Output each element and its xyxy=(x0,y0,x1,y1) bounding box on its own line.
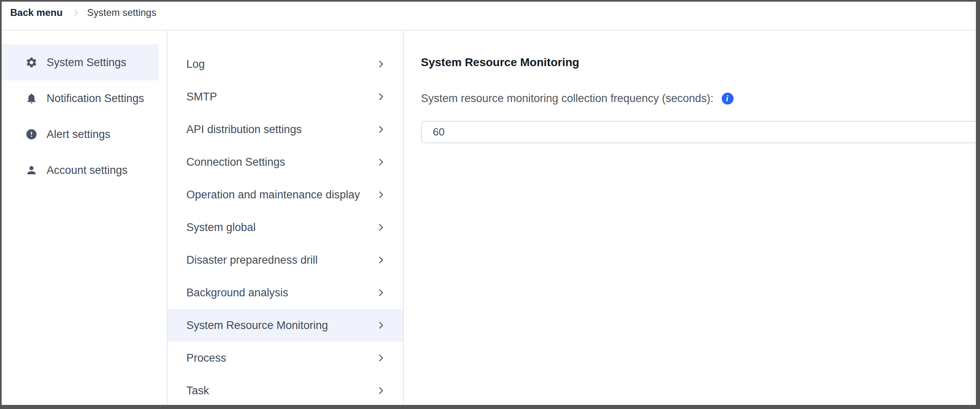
settings-sidebar: System SettingsNotification SettingsAler… xyxy=(2,31,168,405)
chevron-right-icon xyxy=(376,124,386,134)
sidebar-item-system-settings[interactable]: System Settings xyxy=(2,44,159,80)
chevron-right-icon xyxy=(376,288,386,298)
menu-item-label: Background analysis xyxy=(186,287,288,299)
menu-item-label: Process xyxy=(186,352,226,365)
breadcrumb-current: System settings xyxy=(87,7,156,18)
menu-item-system-resource-monitoring[interactable]: System Resource Monitoring xyxy=(168,309,403,342)
menu-item-process[interactable]: Process xyxy=(168,342,403,374)
info-icon[interactable]: i xyxy=(722,93,734,104)
chevron-right-icon xyxy=(376,157,386,167)
menu-item-label: System Resource Monitoring xyxy=(186,319,328,332)
menu-item-system-global[interactable]: System global xyxy=(168,211,403,244)
menu-item-disaster-preparedness-drill[interactable]: Disaster preparedness drill xyxy=(168,244,403,276)
sidebar-item-label: Alert settings xyxy=(47,128,110,141)
chevron-right-icon xyxy=(376,353,386,363)
chevron-right-icon xyxy=(376,255,386,265)
bell-icon xyxy=(25,92,38,104)
page-title: System Resource Monitoring xyxy=(421,55,976,70)
menu-item-api-distribution-settings[interactable]: API distribution settings xyxy=(168,113,403,146)
chevron-right-icon xyxy=(376,92,386,102)
menu-item-label: API distribution settings xyxy=(186,123,302,136)
chevron-right-icon xyxy=(376,222,386,232)
menu-item-label: System global xyxy=(186,221,256,234)
settings-submenu: LogSMTPAPI distribution settingsConnecti… xyxy=(168,31,404,405)
menu-item-connection-settings[interactable]: Connection Settings xyxy=(168,146,403,178)
menu-item-operation-and-maintenance-display[interactable]: Operation and maintenance display xyxy=(168,178,403,211)
sidebar-item-notification-settings[interactable]: Notification Settings xyxy=(2,80,167,116)
main-content: System Resource Monitoring System resour… xyxy=(404,31,976,405)
sidebar-item-label: Notification Settings xyxy=(47,92,144,105)
sidebar-item-label: Account settings xyxy=(47,164,128,177)
settings-layout: System SettingsNotification SettingsAler… xyxy=(2,31,976,405)
chevron-right-icon xyxy=(376,190,386,200)
breadcrumb-back-link[interactable]: Back menu xyxy=(10,7,63,18)
gear-icon xyxy=(25,56,38,69)
menu-item-label: Task xyxy=(186,385,209,397)
sidebar-item-label: System Settings xyxy=(47,56,126,69)
chevron-right-icon xyxy=(376,59,386,69)
sidebar-item-alert-settings[interactable]: Alert settings xyxy=(2,116,167,152)
sidebar-item-account-settings[interactable]: Account settings xyxy=(2,152,167,188)
chevron-right-icon xyxy=(376,320,386,330)
menu-item-label: Disaster preparedness drill xyxy=(186,254,318,267)
chevron-right-icon xyxy=(376,386,386,396)
menu-item-label: SMTP xyxy=(186,91,217,103)
field-label-row: System resource monitoring collection fr… xyxy=(421,91,976,106)
menu-item-log[interactable]: Log xyxy=(168,48,403,80)
breadcrumb: Back menu System settings xyxy=(2,2,976,31)
menu-item-label: Operation and maintenance display xyxy=(186,189,360,201)
menu-item-label: Log xyxy=(186,58,205,71)
menu-item-background-analysis[interactable]: Background analysis xyxy=(168,276,403,309)
menu-item-smtp[interactable]: SMTP xyxy=(168,80,403,113)
user-icon xyxy=(25,164,38,176)
frequency-field-label: System resource monitoring collection fr… xyxy=(421,92,714,105)
frequency-input[interactable] xyxy=(421,121,976,143)
alert-icon xyxy=(25,128,38,140)
menu-item-label: Connection Settings xyxy=(186,156,285,169)
menu-item-task[interactable]: Task xyxy=(168,374,403,405)
breadcrumb-separator-icon xyxy=(72,8,81,17)
